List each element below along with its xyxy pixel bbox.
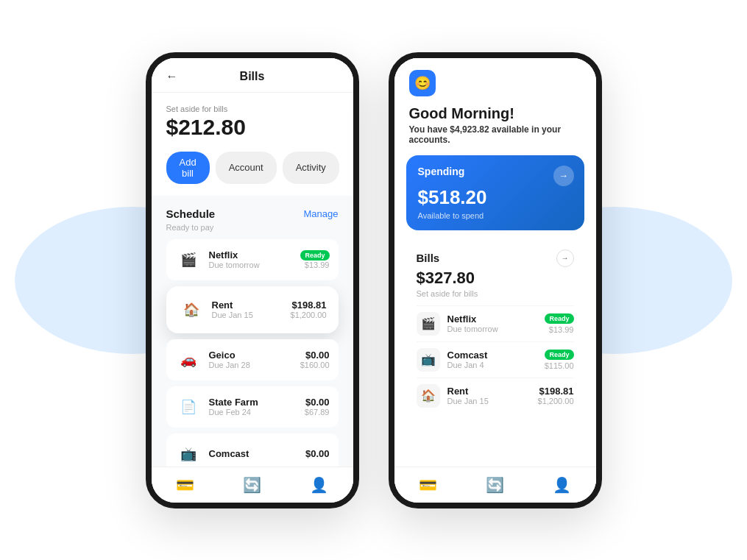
bill2-netflix-info: Netflix Due tomorrow	[447, 313, 541, 333]
spending-arrow-icon[interactable]: →	[553, 166, 574, 186]
statefarm-icon: 📄	[175, 394, 202, 420]
nav-profile-icon[interactable]: 👤	[302, 473, 336, 497]
back-arrow[interactable]: ←	[166, 70, 178, 83]
nav-wallet-icon[interactable]: 💳	[169, 473, 202, 497]
bill2-comcast-right: Ready $115.00	[540, 350, 573, 370]
bill2-netflix-right: Ready $13.99	[540, 313, 573, 334]
netflix-info: Netflix Due tomorrow	[209, 249, 297, 269]
rent-icon: 🏠	[178, 297, 205, 323]
manage-link[interactable]: Manage	[304, 208, 339, 219]
statefarm-amount2: $67.89	[305, 408, 330, 417]
bill-item-rent: 🏠 Rent Due Jan 15 $198.81 $1,200.00	[166, 286, 339, 333]
geico-amount: $0.00	[300, 350, 330, 361]
bill2-comcast: 📺 Comcast Due Jan 4 Ready $115.00	[417, 341, 574, 378]
spending-amount: $518.20	[418, 186, 573, 209]
rent-name: Rent	[212, 300, 291, 311]
bill2-netflix-badge: Ready	[545, 313, 573, 324]
rent-amounts: $198.81 $1,200.00	[291, 300, 327, 319]
spending-card: Spending → $518.20 Available to spend	[406, 155, 584, 230]
bills-total: $327.80	[417, 269, 574, 288]
bill2-rent-due: Due Jan 15	[447, 397, 538, 405]
comcast1-amount: $0.00	[305, 448, 330, 459]
phone-bills: ← Bills Set aside for bills $212.80 Add …	[146, 52, 359, 508]
bill2-comcast-icon: 📺	[417, 348, 440, 372]
bill2-comcast-info: Comcast Due Jan 4	[447, 350, 541, 369]
netflix-badge: Ready	[300, 250, 329, 260]
nav2-profile-icon[interactable]: 👤	[545, 473, 578, 497]
phone2-bottom-nav: 💳 🔄 👤	[394, 467, 596, 503]
greeting-section: Good Morning! You have $4,923.82 availab…	[394, 105, 596, 155]
spending-label: Spending	[418, 166, 573, 177]
nav2-transfer-icon[interactable]: 🔄	[478, 473, 511, 497]
phone2-top: 😊	[394, 58, 596, 105]
bill2-netflix-name: Netflix	[447, 313, 541, 325]
geico-amount2: $160.00	[300, 361, 330, 369]
greeting-title: Good Morning!	[409, 105, 581, 122]
available-text: You have	[409, 124, 447, 135]
aside-label: Set aside for bills	[166, 104, 339, 113]
bill2-rent-amount: $198.81	[539, 386, 574, 397]
bill-item-geico: 🚗 Geico Due Jan 28 $0.00 $160.00	[166, 339, 339, 380]
statefarm-info: State Farm Due Feb 24	[209, 397, 305, 417]
bills-section: Bills → $327.80 Set aside for bills 🎬 Ne…	[406, 241, 584, 467]
bill2-rent-name: Rent	[447, 386, 538, 397]
phone2-screen: 😊 Good Morning! You have $4,923.82 avail…	[394, 58, 596, 503]
netflix-icon: 🎬	[175, 247, 202, 273]
phone1-bottom-nav: 💳 🔄 👤	[152, 467, 353, 503]
phone1-screen: ← Bills Set aside for bills $212.80 Add …	[152, 58, 353, 503]
comcast1-info: Comcast	[209, 448, 305, 459]
geico-icon: 🚗	[175, 347, 202, 373]
app-logo: 😊	[409, 70, 436, 96]
netflix-amounts: Ready $13.99	[296, 250, 329, 269]
tab-account[interactable]: Account	[216, 152, 277, 184]
bills-aside: Set aside for bills	[417, 289, 574, 298]
ready-to-pay-label: Ready to pay	[166, 223, 339, 232]
tab-add-bill[interactable]: Add bill	[166, 152, 210, 184]
netflix-due: Due tomorrow	[209, 260, 297, 269]
rent-amount2: $1,200.00	[291, 311, 327, 319]
rent-info: Rent Due Jan 15	[212, 300, 291, 319]
bill-item-statefarm: 📄 State Farm Due Feb 24 $0.00 $67.89	[166, 386, 339, 428]
bill2-comcast-amount: $115.00	[545, 361, 574, 370]
bill2-rent-info: Rent Due Jan 15	[447, 386, 538, 405]
statefarm-due: Due Feb 24	[209, 408, 305, 417]
nav-transfer-icon[interactable]: 🔄	[236, 473, 269, 497]
bills-arrow-icon[interactable]: →	[556, 249, 574, 267]
bill2-comcast-due: Due Jan 4	[447, 361, 541, 369]
bill2-netflix-due: Due tomorrow	[447, 325, 541, 333]
section-header: Schedule Manage	[166, 208, 339, 220]
section-title: Schedule	[166, 208, 216, 220]
phone-dashboard: 😊 Good Morning! You have $4,923.82 avail…	[389, 52, 602, 508]
bill2-netflix-icon: 🎬	[417, 312, 440, 336]
geico-info: Geico Due Jan 28	[209, 350, 300, 369]
bills-amount-section: Set aside for bills $212.80	[152, 93, 353, 152]
available-amount: $4,923.82	[450, 124, 489, 135]
bill-item-comcast1: 📺 Comcast $0.00	[166, 433, 339, 467]
geico-amounts: $0.00 $160.00	[300, 350, 330, 369]
spending-sub: Available to spend	[418, 211, 573, 220]
main-amount: $212.80	[166, 115, 339, 140]
comcast1-amounts: $0.00	[305, 448, 330, 459]
statefarm-amounts: $0.00 $67.89	[305, 397, 330, 417]
bill2-comcast-name: Comcast	[447, 350, 541, 361]
bill2-rent-amount2: $1,200.00	[538, 397, 574, 405]
nav2-wallet-icon[interactable]: 💳	[411, 473, 445, 497]
bill2-comcast-badge: Ready	[545, 350, 573, 360]
statefarm-amount: $0.00	[305, 397, 330, 408]
rent-amount: $198.81	[291, 300, 327, 311]
bill2-netflix: 🎬 Netflix Due tomorrow Ready $13.99	[417, 305, 574, 341]
bill2-rent: 🏠 Rent Due Jan 15 $198.81 $1,200.00	[417, 378, 574, 414]
bill2-rent-right: $198.81 $1,200.00	[538, 386, 574, 405]
geico-name: Geico	[209, 350, 300, 361]
tab-activity[interactable]: Activity	[283, 152, 339, 184]
netflix-amount: $13.99	[296, 260, 329, 269]
tabs-row: Add bill Account Activity	[152, 152, 353, 196]
greeting-sub: You have $4,923.82 available in your acc…	[409, 124, 581, 145]
netflix-name: Netflix	[209, 249, 297, 260]
schedule-section: Schedule Manage Ready to pay 🎬 Netflix D…	[152, 196, 353, 467]
phones-container: ← Bills Set aside for bills $212.80 Add …	[146, 52, 602, 508]
bill2-netflix-amount: $13.99	[549, 325, 574, 334]
bill-item-netflix: 🎬 Netflix Due tomorrow Ready $13.99	[166, 239, 339, 280]
rent-due: Due Jan 15	[212, 311, 291, 319]
bills-section-header: Bills →	[417, 249, 574, 267]
